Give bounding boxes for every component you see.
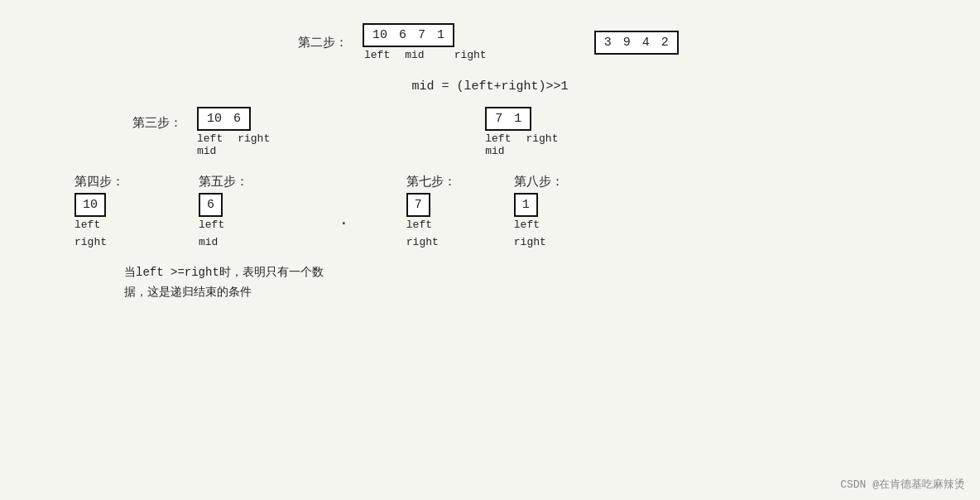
step5-label: 第五步： xyxy=(199,174,248,190)
step2-left-label: left xyxy=(364,49,390,61)
step3-left-array: 10 6 xyxy=(197,107,251,131)
step7-label: 第七步： xyxy=(406,174,456,190)
step8-label: 第八步： xyxy=(514,174,564,190)
step8-right-label: right xyxy=(514,236,546,248)
step7-value: 7 xyxy=(406,193,430,217)
step3-right-right-label: right xyxy=(526,132,558,145)
step2-label: 第二步： xyxy=(298,35,348,50)
step4-right-label: right xyxy=(74,236,107,248)
step3-right-mid-label: mid xyxy=(485,145,504,157)
step4-left-label: left xyxy=(74,219,100,231)
step3-label: 第三步： xyxy=(132,115,182,131)
step3-right-left-label: left xyxy=(485,132,511,145)
step7-left-label: left xyxy=(406,219,432,231)
step3-left-mid-label: mid xyxy=(197,145,216,157)
step4-label: 第四步： xyxy=(74,174,124,190)
mid-formula: mid = (left+right)>>1 xyxy=(411,79,568,94)
step5-value: 6 xyxy=(199,193,223,217)
main-page: 第二步： 10 6 7 1 left mid right xyxy=(0,0,980,500)
step2-right-label: right xyxy=(454,49,487,61)
step2-left-array: 10 6 7 1 xyxy=(363,23,454,47)
step5-mid-label: mid xyxy=(199,236,218,248)
watermark: CSDN @在肯德基吃麻辣烫 xyxy=(840,477,965,492)
step2-right-array: 3 9 4 2 xyxy=(594,31,679,55)
step5-left-label: left xyxy=(199,219,224,231)
step3-right-array: 7 1 xyxy=(485,107,531,131)
step7-right-label: right xyxy=(406,236,439,248)
step3-left-right-label: right xyxy=(238,132,270,145)
step8-value: 1 xyxy=(514,193,538,217)
step3-left-left-label: left xyxy=(197,132,223,145)
step8-left-label: left xyxy=(514,219,540,231)
step4-value: 10 xyxy=(74,193,106,217)
note-line1: 当left >=right时，表明只有一个数 xyxy=(124,263,955,283)
note-line2: 据，这是递归结束的条件 xyxy=(124,283,955,303)
step2-mid-label: mid xyxy=(405,49,424,61)
